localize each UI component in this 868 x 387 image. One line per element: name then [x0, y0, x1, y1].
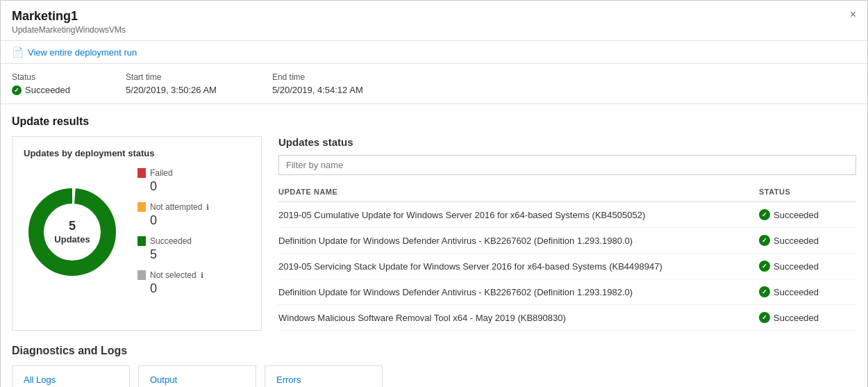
not-attempted-info-icon[interactable]: ℹ — [206, 203, 209, 212]
update-name-cell: Definition Update for Windows Defender A… — [278, 279, 759, 305]
status-cell: Succeeded — [759, 202, 856, 228]
view-link-text: View entire deployment run — [28, 47, 137, 58]
status-text: Succeeded — [774, 313, 819, 323]
chart-legend: Failed 0 Not attempted ℹ 0 — [137, 168, 209, 296]
status-text: Succeeded — [774, 236, 819, 246]
failed-bar-icon — [137, 168, 146, 178]
diagnostics-title: Diagnostics and Logs — [12, 345, 856, 357]
legend-not-attempted: Not attempted ℹ 0 — [137, 202, 209, 228]
close-button[interactable]: × — [850, 9, 856, 20]
table-row: 2019-05 Cumulative Update for Windows Se… — [278, 202, 856, 228]
legend-succeeded: Succeeded 5 — [137, 236, 209, 262]
output-label: Output — [150, 374, 244, 385]
view-link-bar: 📄 View entire deployment run — [1, 41, 867, 64]
not-selected-label: Not selected — [150, 270, 197, 280]
filter-input[interactable] — [278, 155, 856, 175]
errors-card[interactable]: Errors 0 ✕ — [265, 365, 383, 387]
view-deployment-link[interactable]: 📄 View entire deployment run — [12, 47, 856, 58]
start-time-item: Start time 5/20/2019, 3:50:26 AM — [126, 72, 217, 95]
main-window: Marketing1 UpdateMarketingWindowsVMs × 📄… — [0, 0, 868, 387]
status-dot-icon — [12, 85, 22, 95]
legend-not-selected: Not selected ℹ 0 — [137, 270, 209, 296]
col-status: STATUS — [759, 182, 856, 202]
status-text: Succeeded — [774, 261, 819, 272]
failed-count: 0 — [150, 179, 209, 194]
status-text: Succeeded — [774, 210, 819, 220]
title-bar: Marketing1 UpdateMarketingWindowsVMs × — [1, 1, 867, 41]
update-name-cell: 2019-05 Servicing Stack Update for Windo… — [278, 254, 759, 279]
not-selected-info-icon[interactable]: ℹ — [201, 271, 203, 280]
end-time-item: End time 5/20/2019, 4:54:12 AM — [272, 72, 363, 95]
col-update-name: UPDATE NAME — [278, 182, 759, 202]
all-logs-label: All Logs — [24, 374, 118, 385]
success-icon — [759, 312, 770, 323]
update-results-title: Update results — [12, 115, 856, 128]
status-cell: Succeeded — [759, 279, 856, 305]
failed-label: Failed — [150, 168, 173, 178]
succeeded-count: 5 — [150, 247, 209, 262]
table-row: 2019-05 Servicing Stack Update for Windo… — [278, 254, 856, 279]
errors-label: Errors — [276, 374, 371, 385]
donut-label: 5 Updates — [54, 218, 90, 246]
legend-failed: Failed 0 — [137, 168, 209, 194]
end-time-label: End time — [272, 72, 363, 82]
chart-title: Updates by deployment status — [24, 148, 250, 158]
status-cell: Succeeded — [759, 305, 856, 331]
success-icon — [759, 235, 770, 246]
succeeded-label: Succeeded — [150, 236, 192, 246]
diag-cards: All Logs Output Errors 0 ✕ — [12, 365, 856, 387]
start-time-value: 5/20/2019, 3:50:26 AM — [126, 85, 217, 95]
title-bar-left: Marketing1 UpdateMarketingWindowsVMs — [12, 9, 126, 35]
not-selected-bar-icon — [137, 270, 146, 280]
status-cell: Succeeded — [759, 254, 856, 279]
table-row: Windows Malicious Software Removal Tool … — [278, 305, 856, 331]
status-bar: Status Succeeded Start time 5/20/2019, 3… — [1, 64, 867, 104]
chart-inner: 5 Updates Failed 0 — [24, 168, 250, 296]
status-cell: Succeeded — [759, 228, 856, 254]
window-title: Marketing1 — [12, 9, 126, 24]
status-text: Succeeded — [774, 287, 819, 297]
not-selected-count: 0 — [150, 281, 209, 296]
not-attempted-count: 0 — [150, 213, 209, 228]
all-logs-card[interactable]: All Logs — [12, 365, 130, 387]
table-row: Definition Update for Windows Defender A… — [278, 279, 856, 305]
update-results-section: Updates by deployment status 5 — [12, 136, 856, 331]
update-name-cell: Definition Update for Windows Defender A… — [278, 228, 759, 254]
status-label: Status — [12, 72, 70, 82]
diagnostics-section: Diagnostics and Logs All Logs Output Err… — [12, 345, 856, 387]
document-icon: 📄 — [12, 47, 24, 58]
main-content: Update results Updates by deployment sta… — [1, 104, 867, 387]
start-time-label: Start time — [126, 72, 217, 82]
update-name-cell: Windows Malicious Software Removal Tool … — [278, 305, 759, 331]
table-row: Definition Update for Windows Defender A… — [278, 228, 856, 254]
window-subtitle: UpdateMarketingWindowsVMs — [12, 25, 126, 35]
updates-status-title: Updates status — [278, 136, 856, 148]
success-icon — [759, 286, 770, 297]
success-icon — [759, 209, 770, 220]
status-text: Succeeded — [25, 85, 70, 95]
not-attempted-bar-icon — [137, 202, 146, 212]
updates-table-body: 2019-05 Cumulative Update for Windows Se… — [278, 202, 856, 331]
status-item: Status Succeeded — [12, 72, 70, 95]
not-attempted-label: Not attempted — [150, 202, 202, 212]
chart-container: Updates by deployment status 5 — [12, 136, 262, 331]
end-time-value: 5/20/2019, 4:54:12 AM — [272, 85, 363, 95]
output-card[interactable]: Output — [138, 365, 256, 387]
success-icon — [759, 261, 770, 272]
succeeded-bar-icon — [137, 236, 146, 246]
status-value: Succeeded — [12, 85, 70, 95]
table-header-row: UPDATE NAME STATUS — [278, 182, 856, 202]
table-header: UPDATE NAME STATUS — [278, 182, 856, 202]
updates-status-panel: Updates status UPDATE NAME STATUS 2019-0… — [278, 136, 856, 331]
donut-chart: 5 Updates — [24, 183, 121, 281]
updates-table: UPDATE NAME STATUS 2019-05 Cumulative Up… — [278, 182, 856, 331]
update-name-cell: 2019-05 Cumulative Update for Windows Se… — [278, 202, 759, 228]
